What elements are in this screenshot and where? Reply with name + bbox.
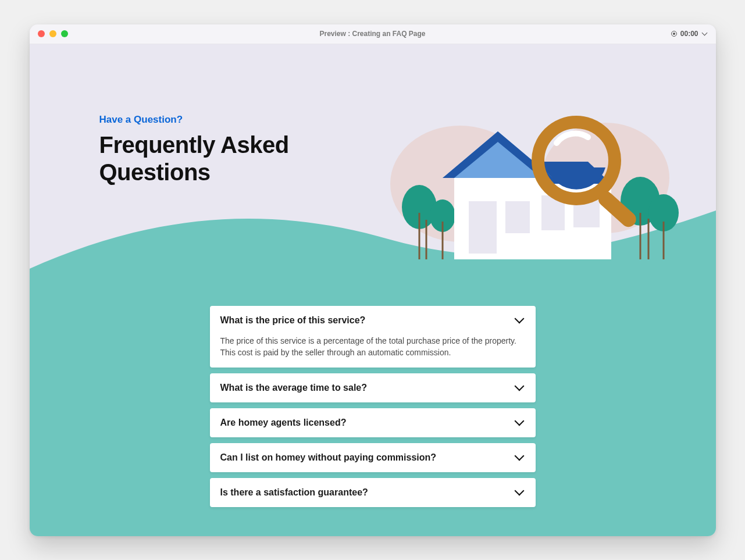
faq-item[interactable]: Are homey agents licensed? bbox=[210, 408, 536, 437]
app-window: Preview : Creating an FAQ Page 00:00 Hav… bbox=[30, 24, 716, 536]
faq-question: Can I list on homey without paying commi… bbox=[220, 452, 437, 463]
faq-illustration bbox=[355, 85, 681, 271]
svg-rect-14 bbox=[536, 195, 565, 230]
svg-point-8 bbox=[648, 194, 679, 231]
faq-item[interactable]: What is the price of this service? The p… bbox=[210, 306, 536, 368]
record-icon bbox=[671, 31, 677, 37]
chevron-down-icon bbox=[702, 31, 708, 37]
content-area: Have a Question? Frequently Asked Questi… bbox=[30, 44, 716, 536]
svg-marker-13 bbox=[530, 162, 611, 184]
svg-rect-15 bbox=[573, 198, 600, 227]
magnifying-glass-icon bbox=[538, 122, 639, 230]
faq-item[interactable]: Can I list on homey without paying commi… bbox=[210, 443, 536, 472]
svg-rect-19 bbox=[469, 201, 497, 254]
hero-kicker: Have a Question? bbox=[99, 114, 344, 126]
chevron-down-icon bbox=[515, 487, 525, 498]
hero: Have a Question? Frequently Asked Questi… bbox=[99, 114, 344, 186]
timer-text: 00:00 bbox=[680, 30, 698, 38]
tree-icon bbox=[621, 177, 679, 231]
chevron-down-icon bbox=[515, 315, 525, 326]
traffic-lights bbox=[30, 30, 68, 37]
faq-question: Are homey agents licensed? bbox=[220, 418, 347, 428]
chevron-down-icon bbox=[515, 383, 525, 393]
faq-item[interactable]: What is the average time to sale? bbox=[210, 373, 536, 402]
titlebar: Preview : Creating an FAQ Page 00:00 bbox=[30, 24, 716, 44]
faq-answer: The price of this service is a percentag… bbox=[220, 335, 525, 359]
faq-question: What is the price of this service? bbox=[220, 315, 366, 326]
svg-rect-20 bbox=[505, 201, 530, 233]
svg-point-1 bbox=[541, 123, 669, 233]
chevron-down-icon bbox=[515, 452, 525, 463]
house-icon bbox=[443, 131, 611, 259]
faq-item[interactable]: Is there a satisfaction guarantee? bbox=[210, 478, 536, 507]
close-window-button[interactable] bbox=[38, 30, 45, 37]
svg-marker-17 bbox=[443, 131, 553, 178]
svg-rect-22 bbox=[595, 188, 639, 230]
page-title: Frequently Asked Questions bbox=[99, 131, 344, 186]
faq-list: What is the price of this service? The p… bbox=[210, 306, 536, 508]
faq-question: Is there a satisfaction guarantee? bbox=[220, 487, 368, 498]
tree-icon bbox=[402, 185, 455, 232]
minimize-window-button[interactable] bbox=[49, 30, 56, 37]
recording-timer[interactable]: 00:00 bbox=[671, 30, 708, 38]
svg-point-21 bbox=[538, 122, 615, 199]
maximize-window-button[interactable] bbox=[61, 30, 68, 37]
faq-question: What is the average time to sale? bbox=[220, 383, 368, 393]
chevron-down-icon bbox=[515, 418, 525, 428]
svg-rect-12 bbox=[530, 184, 611, 259]
window-title: Preview : Creating an FAQ Page bbox=[30, 30, 716, 38]
svg-point-3 bbox=[430, 199, 455, 232]
svg-marker-18 bbox=[443, 131, 553, 178]
svg-point-7 bbox=[621, 177, 660, 226]
svg-rect-16 bbox=[454, 172, 541, 259]
svg-point-0 bbox=[390, 126, 530, 242]
svg-point-2 bbox=[402, 185, 437, 229]
